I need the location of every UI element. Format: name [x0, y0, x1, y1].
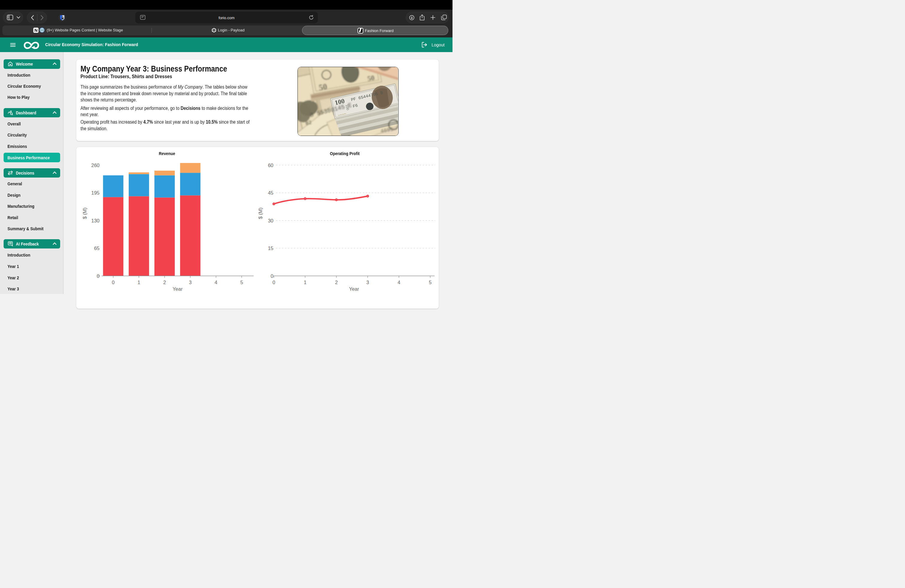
- svg-text:45: 45: [268, 190, 273, 195]
- svg-text:30: 30: [268, 218, 273, 223]
- svg-text:50: 50: [367, 74, 375, 83]
- svg-text:0: 0: [112, 280, 114, 285]
- svg-text:60: 60: [268, 162, 273, 168]
- svg-text:0: 0: [270, 273, 273, 278]
- svg-text:65: 65: [94, 245, 99, 251]
- svg-text:260: 260: [91, 162, 99, 168]
- svg-text:1: 1: [137, 280, 140, 285]
- svg-text:15: 15: [268, 245, 273, 251]
- svg-text:2: 2: [163, 280, 166, 285]
- svg-text:4: 4: [397, 280, 400, 285]
- svg-text:50: 50: [318, 81, 328, 92]
- svg-text:3: 3: [189, 280, 192, 285]
- svg-text:3: 3: [366, 280, 369, 285]
- svg-text:5: 5: [240, 280, 243, 285]
- svg-text:0: 0: [272, 280, 275, 285]
- svg-text:130: 130: [91, 218, 99, 223]
- svg-text:$ (M): $ (M): [82, 208, 87, 219]
- svg-text:Year: Year: [172, 286, 183, 292]
- svg-text:2: 2: [335, 280, 338, 285]
- svg-text:5: 5: [429, 280, 432, 285]
- svg-text:4: 4: [214, 280, 217, 285]
- svg-text:Year: Year: [349, 286, 359, 292]
- svg-text:$ (M): $ (M): [258, 208, 263, 219]
- svg-text:195: 195: [91, 190, 99, 195]
- svg-text:1: 1: [304, 280, 306, 285]
